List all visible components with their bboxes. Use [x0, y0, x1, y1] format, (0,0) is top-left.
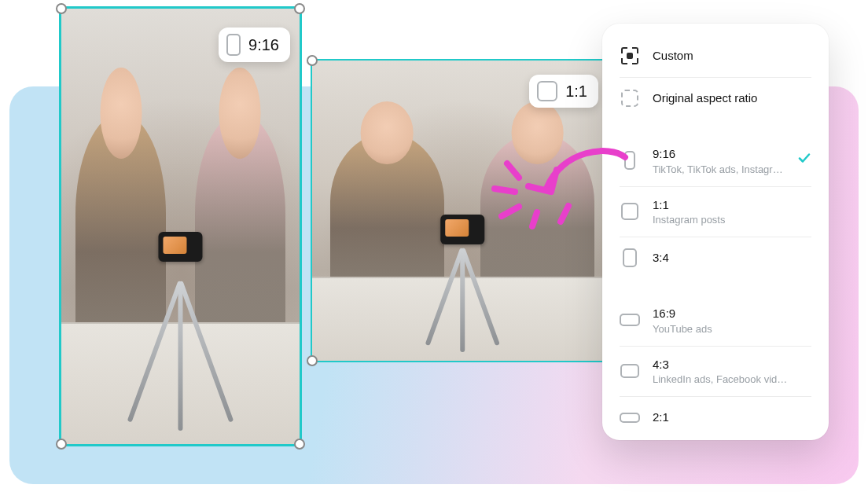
option-label: 1:1 — [653, 197, 811, 213]
resize-handle-bottom-left[interactable] — [56, 439, 67, 450]
ratio-glyph-9-16-icon — [226, 34, 241, 56]
option-label: Custom — [653, 48, 811, 64]
aspect-option-2-1[interactable]: 2:1 — [602, 396, 829, 439]
crop-frame-1-1[interactable]: 1:1 — [311, 59, 614, 362]
resize-handle-bottom-right[interactable] — [294, 439, 305, 450]
option-label: 3:4 — [653, 250, 811, 266]
ratio-4-3-icon — [620, 361, 640, 381]
option-label: 9:16 — [653, 146, 811, 162]
aspect-option-9-16[interactable]: 9:16 TikTok, TikTok ads, Instagr… — [602, 135, 829, 186]
resize-handle-bottom-left[interactable] — [307, 355, 318, 366]
aspect-option-custom[interactable]: Custom — [602, 35, 829, 77]
ratio-16-9-icon — [620, 310, 640, 330]
ratio-3-4-icon — [620, 248, 640, 268]
option-label: Original aspect ratio — [653, 90, 811, 106]
original-ratio-icon — [620, 88, 640, 108]
resize-handle-top-right[interactable] — [294, 3, 305, 14]
crop-frame-9-16[interactable]: 9:16 — [59, 6, 302, 446]
option-sublabel: YouTube ads — [653, 323, 811, 335]
ratio-pill-9-16[interactable]: 9:16 — [219, 28, 290, 62]
aspect-option-3-4[interactable]: 3:4 — [602, 237, 829, 279]
preview-image-portrait — [61, 9, 300, 444]
ratio-pill-1-1[interactable]: 1:1 — [529, 75, 598, 108]
ratio-9-16-icon — [620, 150, 640, 171]
custom-crop-icon — [620, 46, 640, 66]
aspect-option-16-9[interactable]: 16:9 YouTube ads — [602, 295, 829, 346]
aspect-option-original[interactable]: Original aspect ratio — [602, 77, 829, 119]
ratio-glyph-1-1-icon — [537, 81, 557, 101]
option-label: 16:9 — [653, 306, 811, 321]
resize-handle-top-left[interactable] — [307, 55, 318, 66]
ratio-pill-label: 1:1 — [565, 83, 587, 101]
aspect-ratio-panel: Custom Original aspect ratio 9:16 TikTok… — [602, 24, 829, 440]
ratio-2-1-icon — [620, 407, 640, 428]
option-label: 4:3 — [653, 357, 811, 373]
option-sublabel: Instagram posts — [653, 214, 811, 226]
aspect-option-4-3[interactable]: 4:3 LinkedIn ads, Facebook vid… — [602, 346, 829, 397]
option-label: 2:1 — [653, 409, 811, 425]
ratio-pill-label: 9:16 — [248, 36, 279, 54]
aspect-option-1-1[interactable]: 1:1 Instagram posts — [602, 186, 829, 237]
ratio-1-1-icon — [620, 201, 640, 222]
option-sublabel: LinkedIn ads, Facebook vid… — [653, 373, 811, 385]
option-sublabel: TikTok, TikTok ads, Instagr… — [653, 163, 811, 175]
checkmark-icon — [797, 152, 811, 170]
resize-handle-top-left[interactable] — [56, 3, 67, 14]
